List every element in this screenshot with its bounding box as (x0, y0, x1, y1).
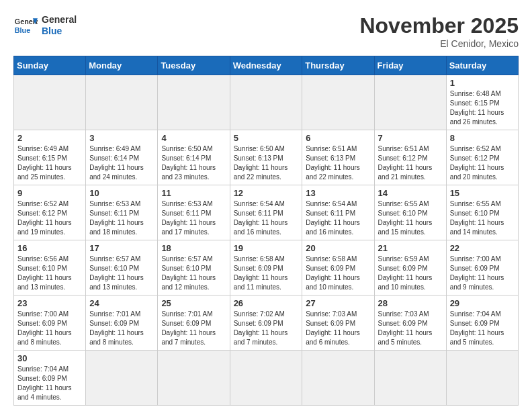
calendar-cell: 9Sunrise: 6:52 AM Sunset: 6:12 PM Daylig… (14, 185, 86, 240)
day-info: Sunrise: 6:50 AM Sunset: 6:14 PM Dayligh… (161, 144, 226, 182)
day-info: Sunrise: 7:02 AM Sunset: 6:09 PM Dayligh… (234, 310, 299, 347)
day-info: Sunrise: 6:59 AM Sunset: 6:09 PM Dayligh… (378, 255, 443, 292)
calendar-cell: 22Sunrise: 7:00 AM Sunset: 6:09 PM Dayli… (446, 240, 518, 295)
calendar-cell: 24Sunrise: 7:01 AM Sunset: 6:09 PM Dayli… (86, 295, 158, 351)
calendar-cell: 18Sunrise: 6:57 AM Sunset: 6:10 PM Dayli… (158, 240, 230, 295)
calendar-cell (302, 351, 374, 406)
calendar-cell: 7Sunrise: 6:51 AM Sunset: 6:12 PM Daylig… (374, 130, 446, 185)
day-info: Sunrise: 6:55 AM Sunset: 6:10 PM Dayligh… (450, 199, 515, 237)
calendar-cell: 3Sunrise: 6:49 AM Sunset: 6:14 PM Daylig… (86, 130, 158, 185)
calendar-cell (446, 351, 518, 406)
calendar-cell: 17Sunrise: 6:57 AM Sunset: 6:10 PM Dayli… (86, 240, 158, 295)
day-info: Sunrise: 7:03 AM Sunset: 6:09 PM Dayligh… (378, 310, 443, 347)
day-info: Sunrise: 6:57 AM Sunset: 6:10 PM Dayligh… (161, 255, 226, 292)
day-info: Sunrise: 6:53 AM Sunset: 6:11 PM Dayligh… (161, 199, 226, 237)
calendar-cell: 10Sunrise: 6:53 AM Sunset: 6:11 PM Dayli… (86, 185, 158, 240)
calendar-week-row: 9Sunrise: 6:52 AM Sunset: 6:12 PM Daylig… (14, 185, 519, 240)
calendar-week-row: 2Sunrise: 6:49 AM Sunset: 6:15 PM Daylig… (14, 130, 519, 185)
day-number: 23 (17, 298, 82, 308)
calendar-cell: 14Sunrise: 6:55 AM Sunset: 6:10 PM Dayli… (374, 185, 446, 240)
calendar-cell: 6Sunrise: 6:51 AM Sunset: 6:13 PM Daylig… (302, 130, 374, 185)
day-number: 14 (378, 188, 443, 198)
day-number: 8 (450, 133, 515, 143)
day-number: 26 (234, 298, 299, 308)
calendar-cell (14, 75, 86, 130)
day-number: 4 (161, 133, 226, 143)
day-number: 22 (450, 243, 515, 253)
day-info: Sunrise: 6:53 AM Sunset: 6:11 PM Dayligh… (89, 199, 154, 237)
weekday-header-wednesday: Wednesday (230, 56, 302, 75)
calendar-cell: 29Sunrise: 7:04 AM Sunset: 6:09 PM Dayli… (446, 295, 518, 351)
day-info: Sunrise: 7:04 AM Sunset: 6:09 PM Dayligh… (17, 365, 82, 402)
calendar-cell (302, 75, 374, 130)
title-block: November 2025 El Cenidor, Mexico (359, 13, 519, 49)
day-info: Sunrise: 6:51 AM Sunset: 6:12 PM Dayligh… (378, 144, 443, 182)
day-info: Sunrise: 6:56 AM Sunset: 6:10 PM Dayligh… (17, 255, 82, 292)
calendar-cell (86, 351, 158, 406)
calendar-cell: 27Sunrise: 7:03 AM Sunset: 6:09 PM Dayli… (302, 295, 374, 351)
day-info: Sunrise: 6:55 AM Sunset: 6:10 PM Dayligh… (378, 199, 443, 237)
day-number: 16 (17, 243, 82, 253)
day-info: Sunrise: 6:51 AM Sunset: 6:13 PM Dayligh… (306, 144, 370, 182)
day-info: Sunrise: 6:58 AM Sunset: 6:09 PM Dayligh… (306, 255, 370, 292)
page-header: General Blue General Blue November 2025 … (13, 13, 519, 49)
day-number: 17 (89, 243, 154, 253)
day-info: Sunrise: 6:57 AM Sunset: 6:10 PM Dayligh… (89, 255, 154, 292)
day-info: Sunrise: 7:01 AM Sunset: 6:09 PM Dayligh… (161, 310, 226, 347)
calendar-week-row: 16Sunrise: 6:56 AM Sunset: 6:10 PM Dayli… (14, 240, 519, 295)
calendar-cell (230, 75, 302, 130)
day-number: 24 (89, 298, 154, 308)
weekday-header-row: SundayMondayTuesdayWednesdayThursdayFrid… (14, 56, 519, 75)
day-number: 27 (306, 298, 370, 308)
day-number: 21 (378, 243, 443, 253)
day-info: Sunrise: 6:49 AM Sunset: 6:15 PM Dayligh… (17, 144, 82, 182)
day-number: 6 (306, 133, 370, 143)
calendar-cell: 16Sunrise: 6:56 AM Sunset: 6:10 PM Dayli… (14, 240, 86, 295)
calendar-cell: 12Sunrise: 6:54 AM Sunset: 6:11 PM Dayli… (230, 185, 302, 240)
logo-blue-text: Blue (42, 26, 77, 37)
day-info: Sunrise: 6:50 AM Sunset: 6:13 PM Dayligh… (234, 144, 299, 182)
day-number: 9 (17, 188, 82, 198)
day-info: Sunrise: 6:58 AM Sunset: 6:09 PM Dayligh… (234, 255, 299, 292)
calendar-cell: 25Sunrise: 7:01 AM Sunset: 6:09 PM Dayli… (158, 295, 230, 351)
day-number: 28 (378, 298, 443, 308)
calendar-cell: 26Sunrise: 7:02 AM Sunset: 6:09 PM Dayli… (230, 295, 302, 351)
calendar-cell: 30Sunrise: 7:04 AM Sunset: 6:09 PM Dayli… (14, 351, 86, 406)
day-number: 5 (234, 133, 299, 143)
logo: General Blue General Blue (13, 13, 77, 38)
day-number: 30 (17, 353, 82, 363)
calendar-cell: 1Sunrise: 6:48 AM Sunset: 6:15 PM Daylig… (446, 75, 518, 130)
day-number: 25 (161, 298, 226, 308)
calendar-cell: 8Sunrise: 6:52 AM Sunset: 6:12 PM Daylig… (446, 130, 518, 185)
calendar-week-row: 30Sunrise: 7:04 AM Sunset: 6:09 PM Dayli… (14, 351, 519, 406)
day-info: Sunrise: 7:03 AM Sunset: 6:09 PM Dayligh… (306, 310, 370, 347)
day-number: 19 (234, 243, 299, 253)
day-info: Sunrise: 6:52 AM Sunset: 6:12 PM Dayligh… (17, 199, 82, 237)
weekday-header-saturday: Saturday (446, 56, 518, 75)
logo-general-text: General (42, 14, 77, 26)
day-info: Sunrise: 6:54 AM Sunset: 6:11 PM Dayligh… (234, 199, 299, 237)
day-info: Sunrise: 7:04 AM Sunset: 6:09 PM Dayligh… (450, 310, 515, 347)
day-number: 7 (378, 133, 443, 143)
calendar-cell: 5Sunrise: 6:50 AM Sunset: 6:13 PM Daylig… (230, 130, 302, 185)
day-number: 11 (161, 188, 226, 198)
calendar-cell: 11Sunrise: 6:53 AM Sunset: 6:11 PM Dayli… (158, 185, 230, 240)
calendar-cell (230, 351, 302, 406)
calendar-cell (158, 75, 230, 130)
calendar-cell: 15Sunrise: 6:55 AM Sunset: 6:10 PM Dayli… (446, 185, 518, 240)
day-number: 2 (17, 133, 82, 143)
day-info: Sunrise: 6:52 AM Sunset: 6:12 PM Dayligh… (450, 144, 515, 182)
calendar-cell (374, 351, 446, 406)
weekday-header-monday: Monday (86, 56, 158, 75)
calendar-table: SundayMondayTuesdayWednesdayThursdayFrid… (13, 56, 519, 406)
calendar-cell: 21Sunrise: 6:59 AM Sunset: 6:09 PM Dayli… (374, 240, 446, 295)
day-info: Sunrise: 7:00 AM Sunset: 6:09 PM Dayligh… (450, 255, 515, 292)
month-title: November 2025 (359, 13, 519, 38)
day-number: 13 (306, 188, 370, 198)
calendar-cell: 2Sunrise: 6:49 AM Sunset: 6:15 PM Daylig… (14, 130, 86, 185)
day-number: 3 (89, 133, 154, 143)
calendar-cell: 23Sunrise: 7:00 AM Sunset: 6:09 PM Dayli… (14, 295, 86, 351)
day-info: Sunrise: 7:01 AM Sunset: 6:09 PM Dayligh… (89, 310, 154, 347)
logo-icon: General Blue (13, 13, 38, 38)
calendar-cell: 19Sunrise: 6:58 AM Sunset: 6:09 PM Dayli… (230, 240, 302, 295)
